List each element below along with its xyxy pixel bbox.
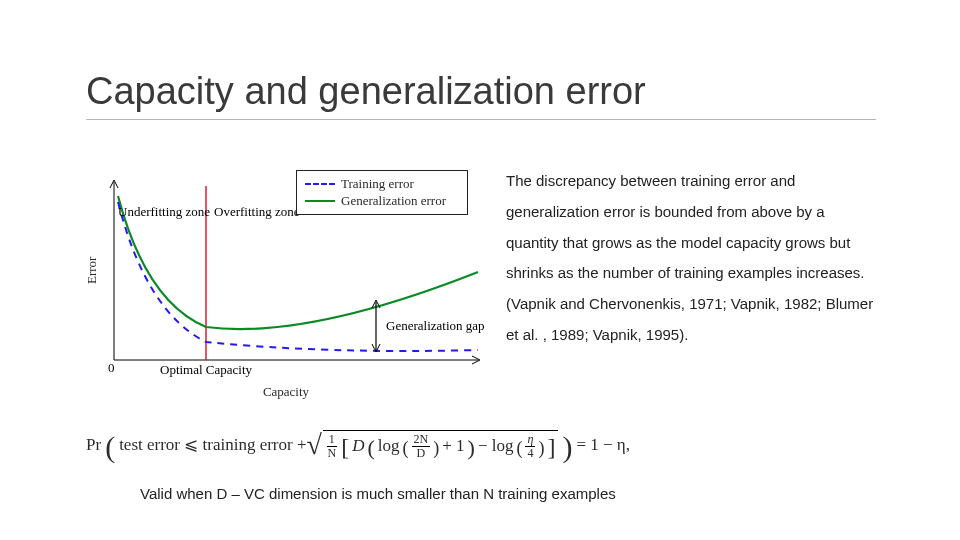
content-row: Error Generalization gap Underfitting zo… — [86, 166, 876, 398]
legend-swatch-generalization — [305, 200, 335, 202]
origin-label: 0 — [108, 360, 115, 375]
slide-title: Capacity and generalization error — [86, 70, 876, 120]
legend-label-training: Training error — [341, 176, 414, 192]
overfitting-zone-label: Overfitting zone — [214, 204, 300, 219]
formula-row: Pr ( test error ⩽ training error + √ 1N … — [86, 430, 876, 459]
formula-caption: Valid when D – VC dimension is much smal… — [140, 485, 616, 502]
y-axis-label: Error — [84, 256, 100, 283]
vc-bound-formula: Pr ( test error ⩽ training error + √ 1N … — [86, 430, 876, 459]
legend-label-generalization: Generalization error — [341, 193, 446, 209]
underfitting-zone-label: Underfitting zone — [118, 204, 210, 219]
chart-legend: Training error Generalization error — [296, 170, 468, 215]
legend-swatch-training — [305, 183, 335, 185]
citations-text: (Vapnik and Chervonenkis, 1971; Vapnik, … — [506, 289, 876, 351]
generalization-gap-label: Generalization gap — [386, 318, 485, 333]
optimal-capacity-label: Optimal Capacity — [160, 362, 253, 377]
capacity-error-chart: Error Generalization gap Underfitting zo… — [86, 166, 486, 398]
description-column: The discrepancy between training error a… — [506, 166, 876, 398]
description-text: The discrepancy between training error a… — [506, 166, 876, 289]
x-axis-label: Capacity — [263, 384, 309, 400]
